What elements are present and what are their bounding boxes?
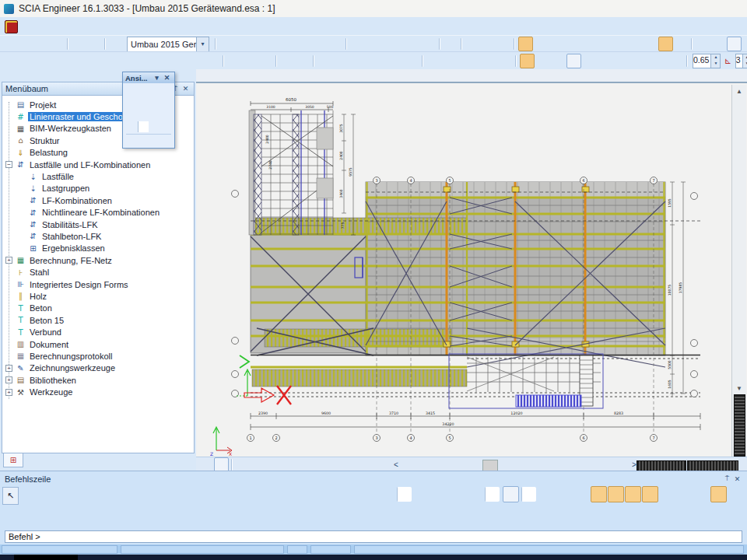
- view-palette-titlebar[interactable]: Ansi... ▾ ✕: [123, 72, 174, 83]
- engineering-report-icon[interactable]: [444, 37, 458, 51]
- info-icon[interactable]: [496, 37, 511, 51]
- render-options-icon[interactable]: [297, 37, 312, 51]
- tree-dokument[interactable]: ▥ Dokument: [2, 338, 194, 350]
- hatch-f6-icon[interactable]: [598, 54, 612, 68]
- select-by-property-icon[interactable]: [658, 37, 673, 51]
- dropdown-arrow-icon[interactable]: ▾: [196, 37, 209, 51]
- select-remove-icon[interactable]: [643, 37, 658, 51]
- select-cut-icon[interactable]: [627, 37, 642, 51]
- view-z-icon[interactable]: [148, 84, 160, 95]
- menu-werkzeuge[interactable]: [50, 18, 62, 34]
- snap-orthopoint-icon[interactable]: [642, 486, 658, 502]
- tree-lastfaelle-lf-kombinationen[interactable]: − ⇵ Lastfälle und LF-Kombinationen: [2, 159, 194, 170]
- snap-arc-icon[interactable]: [361, 486, 377, 502]
- tree-ergebnisklassen[interactable]: ⊞ Ergebnisklassen: [2, 243, 194, 254]
- snap-table-icon[interactable]: [728, 486, 744, 502]
- select-line-icon[interactable]: [596, 37, 611, 51]
- clip-box-off-icon[interactable]: [162, 121, 173, 132]
- open-project-icon[interactable]: [19, 37, 33, 51]
- multicopy-icon[interactable]: [349, 54, 363, 68]
- tree-bibliotheken[interactable]: + ▤ Bibliotheken: [2, 374, 194, 386]
- tree-integriertes-design-forms[interactable]: ⊪ Integriertes Design Forms: [2, 278, 194, 290]
- tree-stahlbeton-lfk[interactable]: ⇵ Stahlbeton-LFK: [2, 230, 194, 242]
- toolbar-overflow-icon[interactable]: [428, 37, 437, 51]
- hatch-f2-icon[interactable]: [535, 54, 550, 68]
- undo-icon[interactable]: [72, 37, 86, 51]
- menu-fenster[interactable]: [112, 18, 124, 34]
- tree-verbund[interactable]: T Verbund: [2, 326, 194, 338]
- activity-filter-icon[interactable]: [727, 37, 742, 51]
- vertical-scrollbar[interactable]: ▲ ▼: [731, 85, 746, 457]
- wind-brace-icon[interactable]: [205, 54, 220, 68]
- scale-spinner-arrows[interactable]: ▲▼: [710, 54, 720, 68]
- hatch-f7-icon[interactable]: [613, 54, 628, 68]
- toolbar2-overflow-3-icon[interactable]: [675, 54, 684, 68]
- snap-intersection-icon[interactable]: [625, 486, 641, 502]
- snap-percent-icon[interactable]: [693, 486, 710, 502]
- toolbar2-overflow-icon[interactable]: [411, 54, 419, 68]
- free-point-icon[interactable]: [243, 54, 258, 68]
- table-output-icon[interactable]: [381, 37, 396, 51]
- sidebar-close-icon[interactable]: ✕: [181, 85, 191, 93]
- member-data-icon[interactable]: [266, 37, 281, 51]
- save-icon[interactable]: [50, 37, 65, 51]
- scroll-left-icon[interactable]: <: [394, 460, 398, 469]
- tree-lastfaelle[interactable]: ⇣ Lastfälle: [2, 170, 194, 182]
- free-line-icon[interactable]: [227, 54, 242, 68]
- copy-icon[interactable]: [333, 54, 348, 68]
- hatch-f1-icon[interactable]: [520, 54, 535, 68]
- menu-hilfe[interactable]: [124, 18, 137, 34]
- draw-circle-icon[interactable]: [473, 54, 488, 68]
- zoom-in-icon[interactable]: [148, 96, 160, 107]
- scale-spinner[interactable]: 0.65 ▲▼: [693, 54, 721, 68]
- clip-box-icon[interactable]: [151, 121, 162, 132]
- project-settings-icon[interactable]: [219, 37, 234, 51]
- snap-endpoint-icon[interactable]: [608, 486, 624, 502]
- opening-icon[interactable]: [96, 54, 111, 68]
- select-workplane-icon[interactable]: [565, 37, 580, 51]
- paste-icon[interactable]: [364, 54, 379, 68]
- angle-snap-icon[interactable]: ⊾: [724, 54, 732, 68]
- calculator-icon[interactable]: [251, 37, 265, 51]
- tree-expand-toggle[interactable]: +: [5, 365, 12, 372]
- layers-icon[interactable]: [235, 37, 250, 51]
- hatch-f10-icon[interactable]: [660, 54, 675, 68]
- snap-line-2-icon[interactable]: [344, 486, 360, 502]
- tree-zeichnungswerkzeuge[interactable]: + ✎ Zeichnungswerkzeuge: [2, 362, 194, 374]
- snap-line-icon[interactable]: [327, 486, 343, 502]
- raster-icon[interactable]: [481, 37, 496, 51]
- tree-beton-15[interactable]: T Beton 15: [2, 314, 194, 326]
- menu-plugins[interactable]: [87, 18, 100, 34]
- zoom-previous-icon[interactable]: [148, 109, 160, 120]
- command-close-icon[interactable]: ✕: [732, 475, 742, 483]
- select-marquee-icon[interactable]: [612, 37, 626, 51]
- beam-icon[interactable]: [34, 54, 49, 68]
- grid-snap-icon[interactable]: [539, 486, 556, 502]
- coord-info-icon[interactable]: [124, 136, 136, 147]
- ortho-snap-icon[interactable]: [556, 486, 573, 502]
- count-spinner[interactable]: 3 ▲▼: [735, 54, 747, 68]
- rib-icon[interactable]: [143, 54, 158, 68]
- project-dropdown[interactable]: Umbau 2015 Gerä ▾: [127, 37, 209, 52]
- node-icon[interactable]: [3, 54, 18, 68]
- palette-close-icon[interactable]: ✕: [162, 74, 172, 82]
- document-new-icon[interactable]: [412, 37, 427, 51]
- save-selection-icon[interactable]: [696, 37, 710, 51]
- select-polygon-icon[interactable]: [549, 37, 564, 51]
- redo-icon[interactable]: [87, 37, 102, 51]
- tree-holz[interactable]: ‖ Holz: [2, 290, 194, 302]
- catalog-block-icon[interactable]: [280, 54, 295, 68]
- view-folder-icon[interactable]: [160, 109, 171, 120]
- view-y-icon[interactable]: [136, 84, 148, 95]
- snap-curve-icon[interactable]: [466, 486, 482, 502]
- activity-filter-2-icon[interactable]: [742, 37, 747, 51]
- dimension-lines-icon[interactable]: [313, 37, 328, 51]
- view-axo-icon[interactable]: [160, 84, 171, 95]
- load-selection-icon[interactable]: [711, 37, 726, 51]
- command-pin-icon[interactable]: ⍑: [722, 474, 732, 483]
- hatch-f3-icon[interactable]: [551, 54, 566, 68]
- tree-stahl[interactable]: ⊦ Stahl: [2, 266, 194, 278]
- palette-collapse-icon[interactable]: ▾: [152, 74, 162, 82]
- tree-berechnungsprotokoll[interactable]: ▦ Berechnungsprotokoll: [2, 350, 194, 362]
- zoom-selection-icon[interactable]: [136, 96, 148, 107]
